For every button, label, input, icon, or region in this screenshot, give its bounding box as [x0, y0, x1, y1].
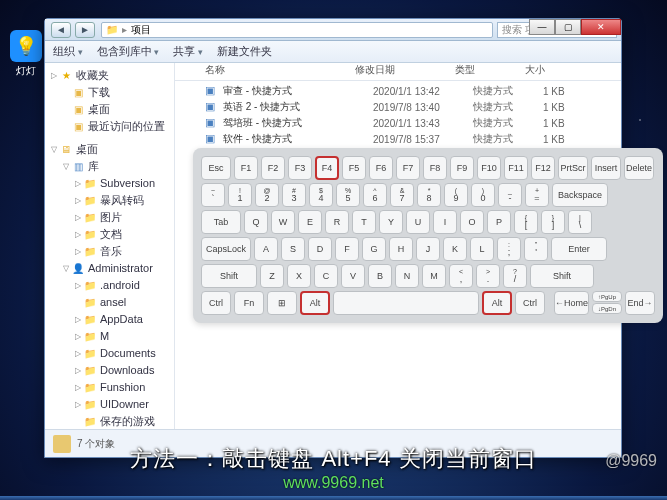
key-y[interactable]: Y	[379, 210, 403, 234]
key-f12[interactable]: F12	[531, 156, 555, 180]
key-.[interactable]: >.	[476, 264, 500, 288]
file-row[interactable]: ▣驾培班 - 快捷方式2020/1/1 13:43快捷方式1 KB	[175, 115, 621, 131]
tree-recent[interactable]: ▣最近访问的位置	[45, 118, 174, 135]
col-size[interactable]: 大小	[525, 63, 575, 80]
key-ctrl[interactable]: Ctrl	[515, 291, 545, 315]
key-f7[interactable]: F7	[396, 156, 420, 180]
key-;[interactable]: :;	[497, 237, 521, 261]
key-prtscr[interactable]: PrtScr	[558, 156, 588, 180]
key-⊞[interactable]: ⊞	[267, 291, 297, 315]
key-tab[interactable]: Tab	[201, 210, 241, 234]
key-2[interactable]: @2	[255, 183, 279, 207]
key-v[interactable]: V	[341, 264, 365, 288]
key-1[interactable]: !1	[228, 183, 252, 207]
key-ctrl[interactable]: Ctrl	[201, 291, 231, 315]
key-,[interactable]: <,	[449, 264, 473, 288]
tree-admin[interactable]: ▽👤Administrator	[45, 260, 174, 277]
key-delete[interactable]: Delete	[624, 156, 654, 180]
col-name[interactable]: 名称	[205, 63, 355, 80]
key-shift[interactable]: Shift	[201, 264, 257, 288]
key-l[interactable]: L	[470, 237, 494, 261]
key-alt[interactable]: Alt	[300, 291, 330, 315]
key-e[interactable]: E	[298, 210, 322, 234]
col-date[interactable]: 修改日期	[355, 63, 455, 80]
key-r[interactable]: R	[325, 210, 349, 234]
tree-subversion[interactable]: ▷📁Subversion	[45, 175, 174, 192]
key-\[interactable]: |\	[568, 210, 592, 234]
organize-menu[interactable]: 组织	[53, 44, 83, 59]
key-f2[interactable]: F2	[261, 156, 285, 180]
tree-ansel[interactable]: 📁ansel	[45, 294, 174, 311]
titlebar[interactable]: ◄ ► 📁 ▸ 项目 搜索 项目 — ▢ ✕	[45, 19, 621, 41]
tree-funshion[interactable]: ▷📁Funshion	[45, 379, 174, 396]
key-f[interactable]: F	[335, 237, 359, 261]
col-type[interactable]: 类型	[455, 63, 525, 80]
tree-docs[interactable]: ▷📁文档	[45, 226, 174, 243]
key-f9[interactable]: F9	[450, 156, 474, 180]
key-`[interactable]: ~`	[201, 183, 225, 207]
key-←home[interactable]: ←Home	[554, 291, 589, 315]
key-/[interactable]: ?/	[503, 264, 527, 288]
key-n[interactable]: N	[395, 264, 419, 288]
key-f11[interactable]: F11	[504, 156, 528, 180]
key-s[interactable]: S	[281, 237, 305, 261]
key-c[interactable]: C	[314, 264, 338, 288]
key-shift[interactable]: Shift	[530, 264, 594, 288]
key-↑pgup[interactable]: ↑PgUp	[592, 291, 622, 302]
key-capslock[interactable]: CapsLock	[201, 237, 251, 261]
breadcrumb-current[interactable]: 项目	[131, 23, 151, 37]
tree-videos[interactable]: ▷📁暴风转码	[45, 192, 174, 209]
tree-music[interactable]: ▷📁音乐	[45, 243, 174, 260]
key-f8[interactable]: F8	[423, 156, 447, 180]
key-o[interactable]: O	[460, 210, 484, 234]
tree-favorites[interactable]: ▷★收藏夹	[45, 67, 174, 84]
key-f3[interactable]: F3	[288, 156, 312, 180]
taskbar[interactable]	[0, 496, 667, 500]
minimize-button[interactable]: —	[529, 19, 555, 35]
key-enter[interactable]: Enter	[551, 237, 607, 261]
key-u[interactable]: U	[406, 210, 430, 234]
key-z[interactable]: Z	[260, 264, 284, 288]
tree-savedgame[interactable]: 📁保存的游戏	[45, 413, 174, 429]
key-h[interactable]: H	[389, 237, 413, 261]
key-'[interactable]: "'	[524, 237, 548, 261]
column-headers[interactable]: 名称 修改日期 类型 大小	[175, 63, 621, 81]
key-k[interactable]: K	[443, 237, 467, 261]
key-9[interactable]: (9	[444, 183, 468, 207]
key-esc[interactable]: Esc	[201, 156, 231, 180]
tree-android[interactable]: ▷📁.android	[45, 277, 174, 294]
nav-pane[interactable]: ▷★收藏夹 ▣下载 ▣桌面 ▣最近访问的位置 ▽🖥桌面 ▽▥库 ▷📁Subver…	[45, 63, 175, 429]
key-7[interactable]: &7	[390, 183, 414, 207]
key-end→[interactable]: End→	[625, 291, 655, 315]
key-6[interactable]: ^6	[363, 183, 387, 207]
key-d[interactable]: D	[308, 237, 332, 261]
key-insert[interactable]: Insert	[591, 156, 621, 180]
desktop-shortcut[interactable]: 💡 灯灯	[6, 30, 46, 78]
tree-desktop[interactable]: ▣桌面	[45, 101, 174, 118]
tree-libraries[interactable]: ▽▥库	[45, 158, 174, 175]
key-f10[interactable]: F10	[477, 156, 501, 180]
nav-forward-button[interactable]: ►	[75, 22, 95, 38]
key-w[interactable]: W	[271, 210, 295, 234]
key-t[interactable]: T	[352, 210, 376, 234]
key-x[interactable]: X	[287, 264, 311, 288]
include-menu[interactable]: 包含到库中	[97, 44, 160, 59]
key-alt[interactable]: Alt	[482, 291, 512, 315]
key-q[interactable]: Q	[244, 210, 268, 234]
key-[[interactable]: {[	[514, 210, 538, 234]
key-f6[interactable]: F6	[369, 156, 393, 180]
file-row[interactable]: ▣审查 - 快捷方式2020/1/1 13:42快捷方式1 KB	[175, 83, 621, 99]
key-g[interactable]: G	[362, 237, 386, 261]
share-menu[interactable]: 共享	[173, 44, 203, 59]
key-i[interactable]: I	[433, 210, 457, 234]
key--[interactable]: _-	[498, 183, 522, 207]
tree-downloads2[interactable]: ▷📁Downloads	[45, 362, 174, 379]
key-8[interactable]: *8	[417, 183, 441, 207]
key-m[interactable]: M	[422, 264, 446, 288]
tree-appdata[interactable]: ▷📁AppData	[45, 311, 174, 328]
key-f5[interactable]: F5	[342, 156, 366, 180]
tree-uidowner[interactable]: ▷📁UIDowner	[45, 396, 174, 413]
tree-pictures[interactable]: ▷📁图片	[45, 209, 174, 226]
address-bar[interactable]: 📁 ▸ 项目	[101, 22, 493, 38]
key-f4[interactable]: F4	[315, 156, 339, 180]
